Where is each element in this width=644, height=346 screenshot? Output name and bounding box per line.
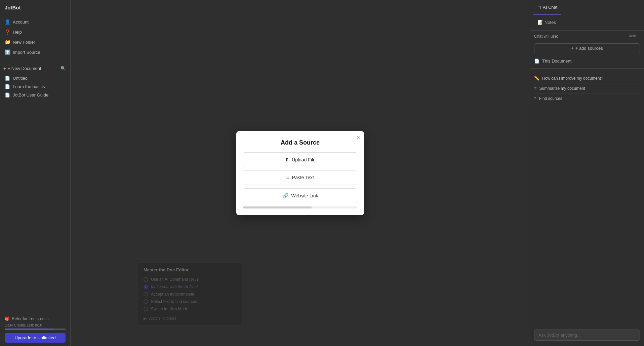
chat-will-use-header: Chat will use: tune [530,31,644,42]
doc-label: Learn the basics [13,84,45,89]
doc-icon: 📄 [5,84,10,89]
sidebar-item-help[interactable]: ❓ Help [0,27,70,37]
daily-credits-display: Daily Credits Left: 8/10 [5,323,66,327]
doc-item-untitled[interactable]: 📄 Untitled [0,74,70,82]
account-icon: 👤 [5,19,10,25]
app-logo: JotBot [0,0,70,14]
document-icon: 📄 [534,59,539,64]
refer-label: Refer for free credits [12,316,48,321]
sidebar-bottom: 🎁 Refer for free credits Daily Credits L… [0,313,70,346]
rp-suggestions: ✏️ How can I improve my document?≡ Summa… [530,73,644,103]
doc-icon: 📄 [5,92,10,98]
suggestion-label: Find sources [539,96,562,101]
modal-option-upload-file[interactable]: ⬆ Upload File [243,152,357,167]
doc-item-learn-basics[interactable]: 📄 Learn the basics [0,82,70,91]
sidebar-nav: 👤 Account❓ Help📁 New Folder⬆️ Import Sou… [0,14,70,60]
daily-credits-label: Daily Credits Left: [5,323,34,327]
plus-icon: + [3,66,6,71]
sidebar-item-new-folder[interactable]: 📁 New Folder [0,37,70,47]
modal-close-button[interactable]: × [357,134,360,141]
search-button[interactable]: 🔍 [59,65,67,72]
tab-label: AI Chat [543,5,557,10]
modal-option-website-link[interactable]: 🔗 Website Link [243,188,357,203]
sidebar-docs: + + New Document 🔍 📄 Untitled📄 Learn the… [0,60,70,313]
daily-credits-value: 8/10 [35,323,42,327]
modal-scrollbar[interactable] [243,206,357,208]
sidebar-item-label: Account [13,20,29,25]
tab-label: Notes [545,20,556,25]
suggestion-label: Summarize my document [539,86,585,91]
chat-will-use-label: Chat will use: [534,34,558,39]
modal-option-paste-text[interactable]: ≡ Paste Text [243,170,357,185]
add-source-modal: Add a Source × ⬆ Upload File≡ Paste Text… [236,131,364,215]
refer-credits-button[interactable]: 🎁 Refer for free credits [5,316,66,321]
main-content: Add a Source × ⬆ Upload File≡ Paste Text… [71,0,530,346]
sidebar-item-account[interactable]: 👤 Account [0,17,70,27]
modal-scrollthumb [243,206,312,208]
import-source-icon: ⬆️ [5,49,10,55]
website-link-icon: 🔗 [282,193,289,199]
sidebar-item-import-source[interactable]: ⬆️ Import Source [0,47,70,57]
tab-notes[interactable]: 📝 Notes [533,15,561,30]
right-panel: ◻ AI Chat📝 Notes Chat will use: tune + +… [530,0,644,346]
doc-header: + + New Document 🔍 [0,63,70,74]
modal-title: Add a Source [243,139,357,146]
upload-file-icon: ⬆ [285,157,289,163]
add-sources-label: + add sources [575,46,603,51]
sidebar-item-label: Help [13,30,22,35]
tab-ai-chat[interactable]: ◻ AI Chat [533,0,561,15]
right-panel-tabs: ◻ AI Chat📝 Notes [530,0,644,31]
suggestion-label: How can I improve my document? [542,76,603,81]
improve-icon: ✏️ [534,76,539,81]
paste-text-icon: ≡ [286,175,289,181]
plus-icon: + [571,46,574,51]
new-document-button[interactable]: + + New Document [3,66,41,71]
gift-icon: 🎁 [5,316,10,321]
this-document-item: 📄 This Document [530,56,644,66]
ask-jotbot-input[interactable] [534,330,640,341]
suggestion-find-sources[interactable]: ❝ Find sources [534,93,640,103]
notes-icon: 📝 [537,20,543,25]
modal-option-label: Paste Text [292,175,314,180]
add-sources-button[interactable]: + + add sources [534,43,640,53]
summarize-icon: ≡ [534,86,537,91]
sidebar-item-label: Import Source [13,50,40,55]
rp-input-area [530,327,644,343]
divider [530,68,644,69]
doc-item-jotbot-guide[interactable]: 📄 JotBot User Guide [0,91,70,99]
new-folder-icon: 📁 [5,39,10,45]
modal-option-label: Website Link [291,193,318,198]
sidebar-item-label: New Folder [13,40,35,45]
rp-bottom: ✏️ How can I improve my document?≡ Summa… [530,71,644,346]
help-icon: ❓ [5,29,10,35]
sidebar: JotBot 👤 Account❓ Help📁 New Folder⬆️ Imp… [0,0,71,346]
modal-overlay[interactable]: Add a Source × ⬆ Upload File≡ Paste Text… [71,0,530,346]
doc-label: Untitled [13,76,28,81]
find-sources-icon: ❝ [534,96,536,101]
upgrade-button[interactable]: Upgrade to Unlimited [5,333,66,343]
credits-fill [5,329,53,330]
new-document-label: + New Document [8,66,41,71]
doc-icon: 📄 [5,76,10,81]
suggestion-improve[interactable]: ✏️ How can I improve my document? [534,73,640,83]
modal-option-label: Upload File [292,157,316,162]
doc-label: JotBot User Guide [13,92,48,98]
tune-label[interactable]: tune [625,33,640,39]
ai-chat-icon: ◻ [537,5,541,10]
credits-progress-bar [5,329,66,330]
this-document-label: This Document [542,59,571,64]
suggestion-summarize[interactable]: ≡ Summarize my document [534,83,640,93]
